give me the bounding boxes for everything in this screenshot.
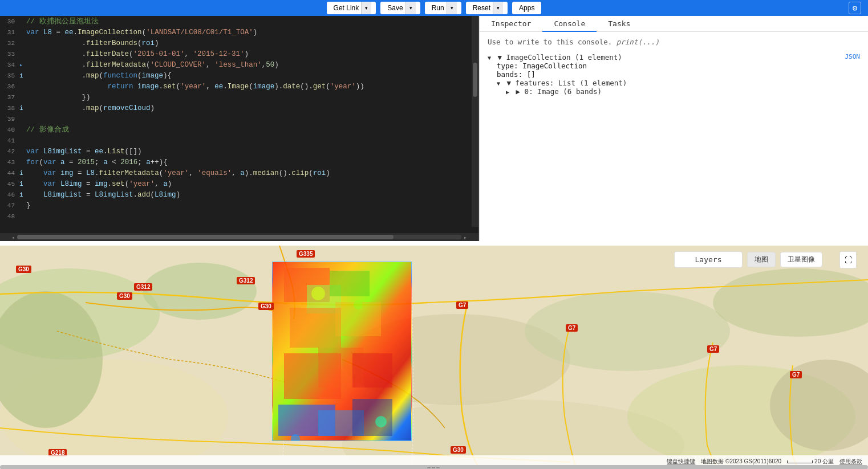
road-badge-g335: G335 <box>297 250 315 258</box>
keyboard-shortcut-link[interactable]: 键盘快捷键 <box>667 458 695 466</box>
console-content: Use to write to this console. print(...)… <box>480 32 868 241</box>
console-feature0-label: ▶ 0: Image (6 bands) <box>516 87 602 96</box>
console-hint: Use to write to this console. print(...) <box>488 38 860 46</box>
console-root-label: ▼ ImageCollection (1 element) <box>498 53 622 62</box>
fullscreen-button[interactable]: ⛶ <box>839 251 857 268</box>
svg-point-23 <box>354 300 363 309</box>
code-line-32: 32 .filterBounds(roi) <box>0 38 478 48</box>
road-badge-g312-2: G312 <box>237 277 255 284</box>
save-arrow[interactable]: ▾ <box>405 2 416 14</box>
get-link-button[interactable]: Get Link ▾ <box>327 2 376 14</box>
reset-button[interactable]: Reset ▾ <box>466 2 508 14</box>
apps-button[interactable]: Apps <box>512 2 541 14</box>
scale-label: 20 公里 <box>787 458 834 466</box>
run-arrow[interactable]: ▾ <box>447 2 457 14</box>
code-line-40: 40 // 影像合成 <box>0 124 478 135</box>
console-bands-row: bands: [] <box>497 70 860 79</box>
ndvi-overlay <box>272 262 412 441</box>
console-features-label: ▼ features: List (1 element) <box>507 79 627 87</box>
hscroll-track[interactable] <box>17 235 461 239</box>
code-line-44: 44 i var img = L8.filterMetadata('year',… <box>0 168 478 178</box>
reset-arrow[interactable]: ▾ <box>493 2 503 14</box>
svg-rect-13 <box>330 271 370 296</box>
map-type-map-button[interactable]: 地图 <box>747 252 776 267</box>
tab-console[interactable]: Console <box>542 16 597 32</box>
code-line-48: 48 <box>0 211 478 222</box>
tab-inspector[interactable]: Inspector <box>480 16 542 32</box>
road-badge-g7-1: G7 <box>456 301 468 309</box>
svg-point-4 <box>713 268 868 337</box>
horizontal-scrollbar-container: ◂ ▸ <box>0 233 478 241</box>
run-button[interactable]: Run ▾ <box>425 2 461 14</box>
ndvi-image <box>273 262 412 441</box>
svg-point-24 <box>375 416 387 427</box>
map-type-satellite-button[interactable]: 卫星图像 <box>780 252 822 267</box>
code-line-34: 34 ▸ .filterMetadata('CLOUD_COVER', 'les… <box>0 59 478 70</box>
console-type-row: type: ImageCollection <box>497 62 860 70</box>
console-features-row: ▼ ▼ features: List (1 element) <box>497 79 860 87</box>
code-line-30: 30 // 欧捕抿公显泡坦法 <box>0 16 478 27</box>
console-tree: ▼ ▼ ImageCollection (1 element) JSON typ… <box>488 53 860 96</box>
right-tabs: Inspector Console Tasks <box>480 16 868 32</box>
fullscreen-icon: ⛶ <box>845 256 852 264</box>
scroll-right-arrow[interactable]: ▸ <box>461 234 469 240</box>
save-button[interactable]: Save ▾ <box>380 2 420 14</box>
features-triangle-icon[interactable]: ▼ <box>497 80 500 87</box>
console-root: ▼ ▼ ImageCollection (1 element) JSON <box>488 53 860 62</box>
road-badge-g312-1: G312 <box>134 283 152 291</box>
layers-label: Layers <box>695 255 722 264</box>
layers-panel[interactable]: Layers <box>674 251 743 268</box>
code-line-47: 47 } <box>0 200 478 211</box>
code-line-46: 46 i L8imgList = L8imgList.add(L8img) <box>0 189 478 200</box>
code-line-41: 41 <box>0 135 478 146</box>
json-link[interactable]: JSON <box>845 53 861 60</box>
code-line-43: 43 for(var a = 2015; a < 2016; a++){ <box>0 157 478 168</box>
get-link-arrow[interactable]: ▾ <box>361 2 371 14</box>
code-line-38: 38 i .map(removeCloud) <box>0 103 478 113</box>
console-type-val: ImageCollection <box>522 62 587 70</box>
resize-dots: ⋯⋯⋯ <box>427 464 441 470</box>
svg-point-22 <box>311 287 325 300</box>
road-badge-g7-4: G7 <box>790 371 802 378</box>
svg-rect-18 <box>352 353 392 388</box>
code-line-36: 36 return image.set('year', ee.Image(ima… <box>0 81 478 92</box>
hscroll-thumb[interactable] <box>17 235 394 239</box>
code-line-33: 33 .filterDate('2015-01-01', '2015-12-31… <box>0 48 478 59</box>
road-badge-g30-2: G30 <box>117 292 132 300</box>
code-line-42: 42 var L8imgList = ee.List([]) <box>0 146 478 157</box>
get-link-label: Get Link <box>331 4 362 12</box>
code-line-45: 45 i var L8img = img.set('year', a) <box>0 178 478 189</box>
reset-label: Reset <box>470 4 493 12</box>
map-controls: Layers 地图 卫星图像 <box>674 251 822 268</box>
code-content: 30 // 欧捕抿公显泡坦法 31 var L8 = ee.ImageColle… <box>0 16 478 227</box>
road-badge-g30-bottom: G30 <box>451 446 466 454</box>
road-badge-g7-2: G7 <box>566 324 578 332</box>
road-badge-g30-3: G30 <box>258 303 274 310</box>
svg-rect-14 <box>290 308 341 348</box>
code-line-39: 39 <box>0 113 478 124</box>
terms-link[interactable]: 使用条款 <box>839 458 862 466</box>
map-area[interactable]: G30 G312 G30 G335 G312 G30 G7 G7 G7 G7 G… <box>0 246 868 468</box>
console-feature0-row: ▶ ▶ 0: Image (6 bands) <box>497 87 860 96</box>
settings-gear-icon[interactable]: ⚙ <box>849 2 861 14</box>
root-triangle-icon[interactable]: ▼ <box>488 55 491 61</box>
console-print-hint: print(...) <box>616 38 659 46</box>
resize-handle[interactable]: ⋯⋯⋯ <box>0 465 868 469</box>
toolbar: Get Link ▾ Save ▾ Run ▾ Reset ▾ Apps ⚙ <box>0 0 868 16</box>
svg-point-3 <box>525 291 730 371</box>
right-panel: Inspector Console Tasks Use to write to … <box>479 16 868 241</box>
scale-bar-icon <box>787 460 813 463</box>
svg-point-1 <box>143 263 257 320</box>
console-bands-val: [] <box>527 70 536 79</box>
map-copyright: 地图数据 ©2023 GS(2011)6020 <box>701 458 781 466</box>
vscroll-thumb[interactable] <box>473 63 477 97</box>
code-editor[interactable]: 30 // 欧捕抿公显泡坦法 31 var L8 = ee.ImageColle… <box>0 16 479 241</box>
road-badge-g7-3: G7 <box>707 345 719 353</box>
feature0-triangle-icon[interactable]: ▶ <box>506 89 509 95</box>
map-svg-layer <box>0 246 868 468</box>
run-label: Run <box>429 4 447 12</box>
scroll-left-arrow[interactable]: ◂ <box>9 234 17 240</box>
console-tree-body: type: ImageCollection bands: [] ▼ ▼ feat… <box>488 62 860 96</box>
vertical-scrollbar[interactable] <box>472 16 478 227</box>
tab-tasks[interactable]: Tasks <box>597 16 642 32</box>
